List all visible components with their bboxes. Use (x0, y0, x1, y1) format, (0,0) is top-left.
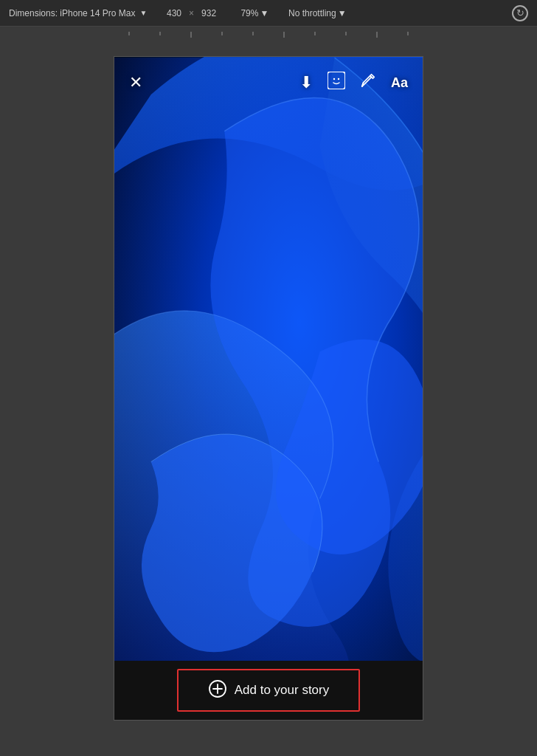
phone-screen: ✕ ⬇ (114, 56, 423, 721)
main-content: ✕ ⬇ (0, 41, 537, 756)
pen-button[interactable] (360, 72, 376, 93)
tick (159, 32, 161, 35)
height-value: 932 (201, 8, 216, 18)
tick (376, 32, 378, 38)
wallpaper (114, 57, 423, 720)
width-value: 430 (167, 8, 181, 18)
throttle-control[interactable]: No throttling ▼ (288, 8, 347, 18)
sticker-icon (328, 72, 345, 89)
ruler (0, 27, 537, 41)
svg-point-2 (333, 78, 335, 80)
text-button[interactable]: Aa (391, 75, 408, 91)
zoom-arrow: ▼ (260, 8, 268, 18)
pen-icon (360, 72, 376, 89)
download-button[interactable]: ⬇ (299, 73, 313, 92)
add-circle-icon (208, 679, 227, 698)
refresh-button[interactable]: ↻ (512, 5, 528, 21)
ruler-ticks (114, 30, 423, 38)
toolbar-left: ✕ (129, 73, 142, 92)
spacer2 (276, 8, 281, 18)
separator (154, 8, 159, 18)
sticker-button[interactable] (328, 72, 345, 94)
wallpaper-svg (114, 57, 423, 720)
tick (407, 32, 409, 35)
dimensions-label[interactable]: Dimensions: iPhone 14 Pro Max (9, 8, 135, 18)
tick (345, 32, 347, 35)
zoom-control[interactable]: 79% ▼ (240, 8, 268, 18)
browser-bar-left: Dimensions: iPhone 14 Pro Max ▼ 430 × 93… (9, 8, 500, 18)
add-story-icon (208, 679, 227, 701)
add-to-story-button[interactable]: Add to your story (177, 669, 361, 712)
throttle-arrow: ▼ (338, 8, 347, 18)
svg-rect-1 (328, 72, 345, 89)
tick (314, 32, 316, 35)
spacer (224, 8, 233, 18)
tick (283, 32, 285, 38)
tick (128, 32, 130, 35)
zoom-value: 79% (240, 8, 258, 18)
svg-point-3 (338, 78, 339, 80)
close-button[interactable]: ✕ (129, 73, 142, 92)
bottom-bar: Add to your story (114, 661, 423, 720)
refresh-icon: ↻ (516, 7, 524, 18)
toolbar-right: ⬇ Aa (299, 72, 408, 94)
add-story-label: Add to your story (235, 683, 330, 698)
dimensions-dropdown-arrow[interactable]: ▼ (139, 9, 147, 17)
cross-sep: × (189, 8, 194, 18)
tick (252, 32, 254, 35)
tick (190, 32, 192, 38)
browser-toolbar: Dimensions: iPhone 14 Pro Max ▼ 430 × 93… (0, 0, 537, 27)
throttle-label: No throttling (288, 8, 336, 18)
photo-editor-toolbar: ✕ ⬇ (114, 57, 423, 109)
tick (221, 32, 223, 35)
